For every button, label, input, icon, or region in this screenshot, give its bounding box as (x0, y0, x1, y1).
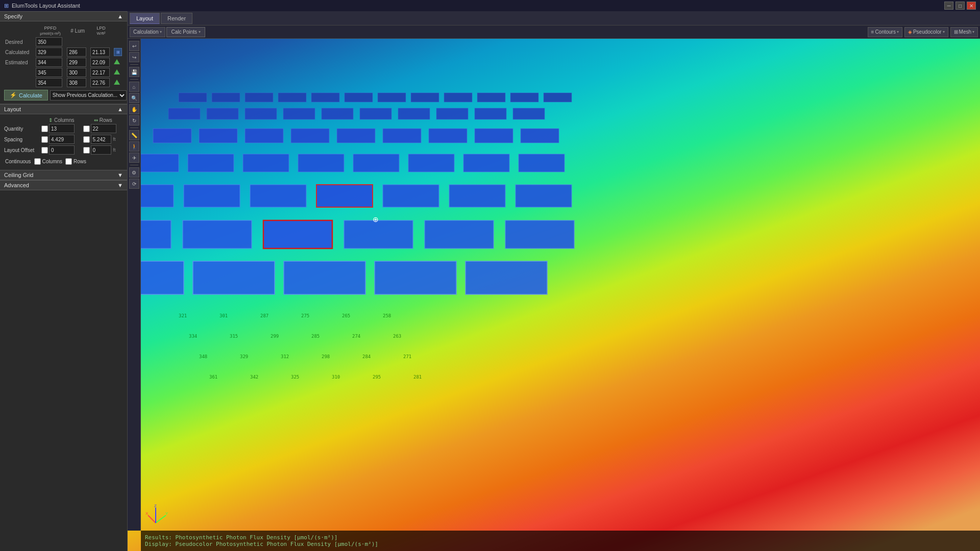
th-lum: # Lum (66, 24, 89, 37)
spacing-col-checkbox[interactable] (41, 136, 48, 143)
calculate-label: Calculate (19, 92, 42, 98)
offset-col-group (41, 145, 82, 155)
svg-rect-25 (245, 129, 283, 143)
est1-lum-input[interactable] (67, 58, 86, 67)
desired-ppfd-input[interactable]: 350 (36, 37, 62, 46)
desired-ppfd-cell[interactable]: 350 (35, 37, 66, 47)
nav-pan-btn[interactable]: ✋ (129, 104, 139, 114)
titlebar-controls[interactable]: ─ □ ✕ (944, 2, 976, 10)
mesh-control[interactable]: ⊞ Mesh ▾ (950, 27, 978, 37)
svg-rect-39 (519, 154, 565, 172)
specify-header[interactable]: Specify ▲ (0, 11, 127, 21)
calc-row-icon[interactable]: ⊞ (114, 48, 122, 56)
est1-ppfd-cell[interactable] (35, 57, 66, 67)
svg-text:258: 258 (383, 313, 391, 318)
calc-points-button[interactable]: Calc Points ▾ (166, 27, 205, 37)
svg-text:287: 287 (260, 313, 268, 318)
spacing-row-checkbox[interactable] (83, 136, 90, 143)
nav-measure-btn[interactable]: 📏 (129, 130, 139, 140)
continuous-row-checkbox[interactable] (65, 158, 72, 165)
specify-collapse-icon: ▲ (117, 13, 123, 19)
triangle-icon-3[interactable] (114, 80, 120, 85)
est1-lpd-cell[interactable] (89, 57, 113, 67)
est3-lpd-cell[interactable] (89, 78, 113, 88)
calc-ppfd-cell[interactable] (35, 47, 66, 57)
maximize-button[interactable]: □ (955, 2, 965, 10)
est1-ppfd-input[interactable] (36, 58, 62, 67)
spacing-row-input[interactable] (91, 135, 111, 144)
tab-render[interactable]: Render (161, 13, 192, 24)
svg-rect-13 (168, 108, 200, 119)
nav-rotate-btn[interactable]: ↻ (129, 115, 139, 126)
viz-canvas: 321301287 275265258 334315299 285274263 … (128, 11, 980, 551)
spacing-col-input[interactable] (49, 135, 75, 144)
continuous-col-label-group[interactable]: Columns (34, 158, 62, 165)
est2-lpd-input[interactable] (90, 68, 110, 77)
nav-undo-button[interactable]: ↩ (129, 41, 139, 51)
continuous-row-label-group[interactable]: Rows (65, 158, 86, 165)
triangle-icon-1[interactable] (114, 59, 120, 64)
tab-layout[interactable]: Layout (130, 13, 160, 24)
offset-row-input[interactable] (91, 145, 111, 155)
nav-sep-4 (130, 165, 138, 165)
advanced-header[interactable]: Advanced ▼ (0, 180, 127, 190)
quantity-row-checkbox[interactable] (83, 126, 90, 132)
offset-col-checkbox[interactable] (41, 147, 48, 154)
est2-lum-input[interactable] (67, 68, 86, 77)
est1-lum-cell[interactable] (66, 57, 89, 67)
est3-lpd-input[interactable] (90, 78, 110, 87)
est3-icon-cell[interactable] (113, 78, 123, 88)
calc-icon-cell[interactable]: ⊞ (113, 47, 123, 57)
est3-lum-input[interactable] (67, 78, 86, 87)
calc-ppfd-input[interactable] (36, 47, 62, 57)
calc-lum-input[interactable] (67, 47, 86, 57)
pseudocolor-control[interactable]: ◈ Pseudocolor ▾ (904, 27, 948, 37)
nav-redo-button[interactable]: ↪ (129, 52, 139, 62)
calc-lpd-input[interactable] (90, 47, 110, 57)
calc-lum-cell[interactable] (66, 47, 89, 57)
nav-fly-btn[interactable]: ✈ (129, 153, 139, 163)
est2-icon-cell[interactable] (113, 67, 123, 78)
nav-home-button[interactable]: ⌂ (129, 82, 139, 92)
svg-rect-22 (513, 108, 545, 119)
nav-settings-btn[interactable]: ⚙ (129, 167, 139, 178)
app-icon: ⊞ (4, 3, 9, 9)
nav-walk-btn[interactable]: 🚶 (129, 141, 139, 152)
est1-icon-cell[interactable] (113, 57, 123, 67)
est3-lum-cell[interactable] (66, 78, 89, 88)
table-row (4, 67, 123, 78)
layout-header[interactable]: Layout ▲ (0, 104, 127, 114)
svg-text:342: 342 (250, 374, 258, 380)
quantity-row-input[interactable] (91, 124, 116, 133)
est3-ppfd-cell[interactable] (35, 78, 66, 88)
quantity-col-input[interactable] (49, 124, 75, 133)
nav-refresh-btn[interactable]: ⟳ (129, 179, 139, 189)
calc-lpd-cell[interactable] (89, 47, 113, 57)
est2-ppfd-input[interactable] (36, 68, 62, 77)
nav-save-button[interactable]: 💾 (129, 67, 139, 77)
est3-ppfd-input[interactable] (36, 78, 62, 87)
continuous-row-text: Rows (74, 159, 86, 164)
quantity-col-checkbox[interactable] (41, 126, 48, 132)
status-display: Display: Pseudocolor Photosynthetic Phot… (145, 541, 976, 547)
calculate-button[interactable]: ⚡ Calculate (4, 90, 48, 101)
close-button[interactable]: ✕ (967, 2, 976, 10)
triangle-icon-2[interactable] (114, 69, 120, 74)
show-previous-select[interactable]: Show Previous Calculation... (50, 90, 127, 101)
est1-lpd-input[interactable] (90, 58, 110, 67)
contours-control[interactable]: ≡ Contours ▾ (868, 27, 902, 37)
est2-ppfd-cell[interactable] (35, 67, 66, 78)
est2-lum-cell[interactable] (66, 67, 89, 78)
svg-rect-11 (510, 93, 538, 102)
svg-rect-7 (378, 93, 406, 102)
continuous-col-checkbox[interactable] (34, 158, 41, 165)
svg-rect-12 (544, 93, 572, 102)
nav-zoom-btn[interactable]: 🔍 (129, 93, 139, 103)
calculation-dropdown[interactable]: Calculation ▾ (130, 27, 165, 37)
offset-col-input[interactable] (49, 145, 75, 155)
est2-lpd-cell[interactable] (89, 67, 113, 78)
ceiling-grid-header[interactable]: Ceiling Grid ▼ (0, 170, 127, 180)
offset-row-checkbox[interactable] (83, 147, 90, 154)
nav-sep-1 (130, 64, 138, 65)
minimize-button[interactable]: ─ (944, 2, 953, 10)
